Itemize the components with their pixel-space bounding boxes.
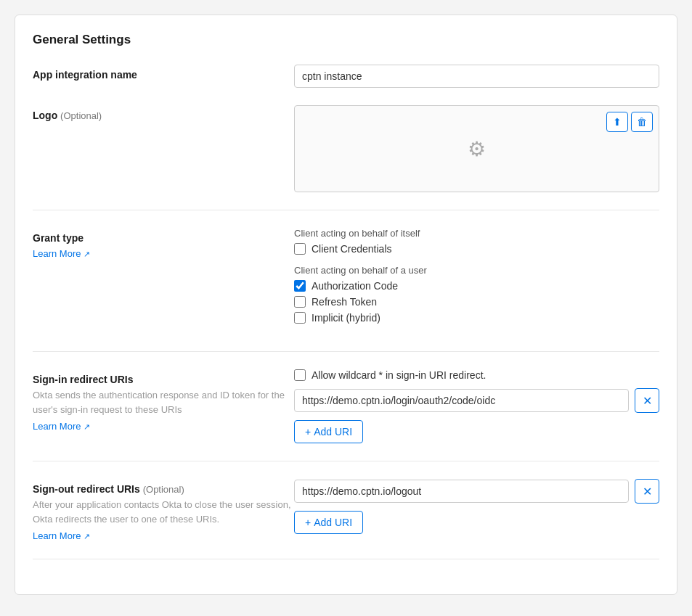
- logo-upload-button[interactable]: ⬆: [606, 112, 628, 132]
- bottom-spacer: [33, 577, 659, 594]
- sign-out-add-icon: +: [305, 517, 311, 528]
- grant-type-label-col: Grant type Learn More: [33, 228, 294, 259]
- wildcard-label: Allow wildcard * in sign-in URI redirect…: [312, 369, 486, 381]
- authorization-code-checkbox[interactable]: [294, 280, 306, 292]
- client-credentials-row: Client Credentials: [294, 243, 659, 255]
- general-settings-card: General Settings App integration name Lo…: [15, 15, 677, 595]
- divider-1: [33, 210, 659, 210]
- authorization-code-row: Authorization Code: [294, 280, 659, 292]
- refresh-token-label: Refresh Token: [312, 296, 377, 308]
- grant-type-control: Client acting on behalf of itself Client…: [294, 228, 659, 334]
- grant-type-label: Grant type: [33, 232, 84, 244]
- gear-icon: ⚙: [468, 137, 486, 161]
- sign-in-redirect-row: Sign-in redirect URIs Okta sends the aut…: [33, 369, 659, 443]
- implicit-hybrid-label: Implicit (hybrid): [312, 312, 380, 324]
- wildcard-checkbox[interactable]: [294, 369, 306, 381]
- sign-in-uri-row: ✕: [294, 388, 659, 413]
- logo-control: ⬆ 🗑 ⚙: [294, 105, 659, 192]
- divider-3: [33, 461, 659, 461]
- sign-out-control: ✕ + Add URI: [294, 479, 659, 534]
- logo-delete-button[interactable]: 🗑: [631, 112, 653, 132]
- app-integration-control: [294, 65, 659, 88]
- sign-out-add-uri-button[interactable]: + Add URI: [294, 511, 363, 534]
- app-integration-input[interactable]: [294, 65, 659, 88]
- sign-in-redirect-description: Okta sends the authentication response a…: [33, 388, 294, 416]
- logo-row: Logo (Optional) ⬆ 🗑 ⚙: [33, 105, 659, 192]
- client-itself-group: Client acting on behalf of itself Client…: [294, 228, 659, 255]
- sign-in-label-col: Sign-in redirect URIs Okta sends the aut…: [33, 369, 294, 432]
- client-itself-label: Client acting on behalf of itself: [294, 228, 659, 239]
- sign-out-optional: (Optional): [143, 484, 184, 495]
- app-integration-label-col: App integration name: [33, 65, 294, 81]
- sign-out-uri-input[interactable]: [294, 480, 629, 503]
- client-credentials-label: Client Credentials: [312, 243, 392, 255]
- sign-in-control: Allow wildcard * in sign-in URI redirect…: [294, 369, 659, 443]
- client-user-group: Client acting on behalf of a user Author…: [294, 265, 659, 324]
- sign-out-close-icon: ✕: [643, 485, 652, 498]
- sign-out-learn-more[interactable]: Learn More: [33, 530, 90, 541]
- section-title: General Settings: [33, 33, 659, 47]
- sign-out-redirect-row: Sign-out redirect URIs (Optional) After …: [33, 479, 659, 541]
- sign-in-add-icon: +: [305, 426, 311, 438]
- logo-upload-buttons: ⬆ 🗑: [606, 112, 653, 132]
- logo-label: Logo: [33, 110, 57, 121]
- sign-in-redirect-label: Sign-in redirect URIs: [33, 374, 133, 385]
- sign-out-redirect-label: Sign-out redirect URIs: [33, 483, 140, 495]
- refresh-token-row: Refresh Token: [294, 296, 659, 308]
- implicit-hybrid-row: Implicit (hybrid): [294, 312, 659, 324]
- client-user-label: Client acting on behalf of a user: [294, 265, 659, 276]
- implicit-hybrid-checkbox[interactable]: [294, 312, 306, 324]
- divider-2: [33, 351, 659, 352]
- logo-label-col: Logo (Optional): [33, 105, 294, 121]
- sign-in-add-uri-button[interactable]: + Add URI: [294, 420, 363, 443]
- logo-optional: (Optional): [60, 110, 102, 121]
- sign-in-external-link-icon: [84, 421, 90, 432]
- sign-in-add-uri-label: Add URI: [314, 426, 352, 438]
- authorization-code-label: Authorization Code: [312, 280, 398, 292]
- sign-out-uri-delete-button[interactable]: ✕: [635, 479, 659, 504]
- sign-out-add-uri-label: Add URI: [314, 517, 352, 528]
- grant-type-row: Grant type Learn More Client acting on b…: [33, 228, 659, 334]
- refresh-token-checkbox[interactable]: [294, 296, 306, 308]
- sign-out-external-link-icon: [84, 530, 90, 541]
- sign-out-redirect-description: After your application contacts Okta to …: [33, 498, 294, 526]
- divider-4: [33, 559, 659, 559]
- app-integration-label: App integration name: [33, 69, 137, 81]
- sign-in-learn-more[interactable]: Learn More: [33, 421, 90, 432]
- external-link-icon: [84, 248, 90, 259]
- client-credentials-checkbox[interactable]: [294, 243, 306, 255]
- sign-out-uri-row: ✕: [294, 479, 659, 504]
- sign-in-close-icon: ✕: [643, 394, 652, 408]
- grant-type-learn-more[interactable]: Learn More: [33, 248, 90, 259]
- sign-out-label-col: Sign-out redirect URIs (Optional) After …: [33, 479, 294, 541]
- sign-in-uri-input[interactable]: [294, 389, 629, 412]
- logo-upload-area: ⬆ 🗑 ⚙: [294, 105, 659, 192]
- upload-icon: ⬆: [613, 116, 622, 128]
- app-integration-name-row: App integration name: [33, 65, 659, 88]
- sign-in-uri-delete-button[interactable]: ✕: [635, 388, 659, 413]
- wildcard-row: Allow wildcard * in sign-in URI redirect…: [294, 369, 659, 381]
- trash-icon: 🗑: [637, 116, 647, 128]
